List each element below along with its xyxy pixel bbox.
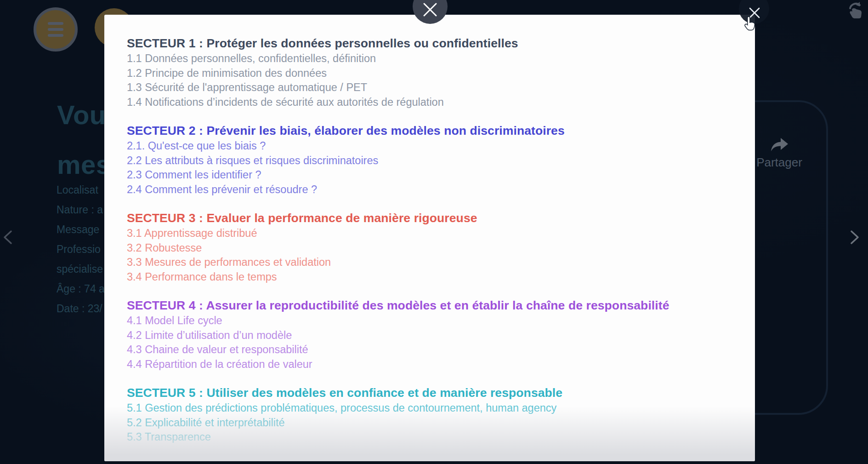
toc-item[interactable]: 3.3 Mesures de performances et validatio… (127, 255, 737, 270)
section-title[interactable]: SECTEUR 2 : Prévenir les biais, élaborer… (127, 123, 737, 139)
toc-item[interactable]: 1.4 Notifications d’incidents de sécurit… (127, 95, 737, 110)
section-title[interactable]: SECTEUR 1 : Protéger les données personn… (127, 35, 737, 52)
toc-item[interactable]: 3.2 Robustesse (127, 241, 737, 256)
toc-item[interactable]: 5.2 Explicabilité et interprétabilité (127, 416, 737, 430)
section-secteur-2: SECTEUR 2 : Prévenir les biais, élaborer… (127, 123, 737, 197)
toc-item[interactable]: 2.1. Qu'est-ce que les biais ? (127, 139, 737, 154)
toc-item[interactable]: 5.1 Gestion des prédictions problématiqu… (127, 401, 737, 416)
toc-item[interactable]: 2.4 Comment les prévenir et résoudre ? (127, 183, 737, 197)
section-secteur-1: SECTEUR 1 : Protéger les données personn… (127, 35, 737, 109)
table-of-contents-modal: SECTEUR 1 : Protéger les données personn… (104, 15, 755, 461)
toc-item[interactable]: 1.3 Sécurité de l'apprentissage automati… (127, 80, 737, 95)
toc-item[interactable]: 1.2 Principe de minimisation des données (127, 66, 737, 81)
toc-item[interactable]: 2.3 Comment les identifier ? (127, 168, 737, 183)
toc-item[interactable]: 4.1 Model Life cycle (127, 314, 737, 328)
toc-item[interactable]: 3.1 Apprentissage distribué (127, 226, 737, 241)
section-secteur-5: SECTEUR 5 : Utiliser des modèles en conf… (127, 385, 737, 445)
section-title[interactable]: SECTEUR 5 : Utiliser des modèles en conf… (127, 385, 737, 401)
toc-item[interactable]: 1.1 Données personnelles, confidentielle… (127, 52, 737, 66)
toc-item[interactable]: 4.3 Chaine de valeur et responsabilité (127, 343, 737, 357)
toc-item[interactable]: 3.4 Performance dans le temps (127, 270, 737, 285)
toc-item[interactable]: 2.2 Les attributs à risques et risques d… (127, 154, 737, 168)
toc-item[interactable]: 5.3 Transparence (127, 430, 737, 445)
section-title[interactable]: SECTEUR 4 : Assurer la reproductibilité … (127, 298, 737, 314)
close-icon (748, 6, 761, 19)
section-title[interactable]: SECTEUR 3 : Evaluer la performance de ma… (127, 210, 737, 226)
toc-item[interactable]: 4.4 Répartition de la création de valeur (127, 357, 737, 372)
page: Vou mes Localisat Nature : a Message Pro… (0, 0, 868, 464)
section-secteur-3: SECTEUR 3 : Evaluer la performance de ma… (127, 210, 737, 284)
section-secteur-4: SECTEUR 4 : Assurer la reproductibilité … (127, 298, 737, 372)
close-icon (422, 1, 438, 18)
toc-item[interactable]: 4.2 Limite d’utilisation d’un modèle (127, 328, 737, 343)
